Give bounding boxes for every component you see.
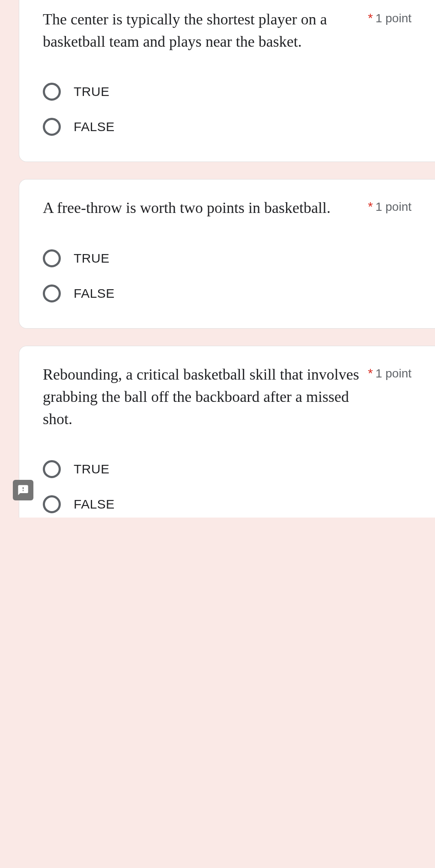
question-card: A free-throw is worth two points in bask…	[19, 179, 435, 328]
question-text: The center is typically the shortest pla…	[43, 8, 359, 53]
radio-icon	[43, 495, 61, 513]
option-false[interactable]: FALSE	[43, 118, 411, 136]
question-card: The center is typically the shortest pla…	[19, 0, 435, 162]
option-false[interactable]: FALSE	[43, 495, 411, 513]
option-label: TRUE	[74, 462, 110, 476]
option-true[interactable]: TRUE	[43, 83, 411, 101]
points-label: * 1 point	[368, 11, 411, 25]
question-text: Rebounding, a critical basketball skill …	[43, 363, 359, 431]
report-problem-button[interactable]	[13, 480, 33, 500]
question-card: Rebounding, a critical basketball skill …	[19, 346, 435, 518]
question-text: A free-throw is worth two points in bask…	[43, 197, 359, 219]
option-true[interactable]: TRUE	[43, 249, 411, 267]
option-label: FALSE	[74, 497, 115, 512]
required-asterisk: *	[368, 199, 373, 214]
option-label: TRUE	[74, 251, 110, 266]
points-label: * 1 point	[368, 366, 411, 380]
points-label: * 1 point	[368, 199, 411, 214]
option-true[interactable]: TRUE	[43, 460, 411, 478]
report-icon	[17, 484, 29, 496]
required-asterisk: *	[368, 366, 373, 380]
option-false[interactable]: FALSE	[43, 284, 411, 302]
radio-icon	[43, 284, 61, 302]
radio-icon	[43, 118, 61, 136]
option-label: TRUE	[74, 84, 110, 99]
option-label: FALSE	[74, 286, 115, 301]
radio-icon	[43, 83, 61, 101]
required-asterisk: *	[368, 11, 373, 25]
option-label: FALSE	[74, 120, 115, 134]
radio-icon	[43, 460, 61, 478]
radio-icon	[43, 249, 61, 267]
